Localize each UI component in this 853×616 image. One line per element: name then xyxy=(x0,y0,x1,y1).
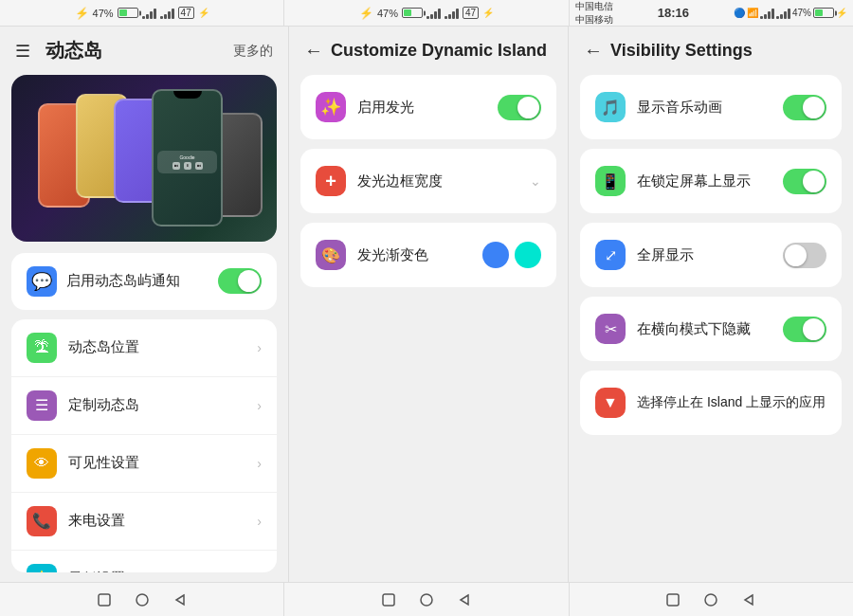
svg-rect-0 xyxy=(99,594,110,606)
lock-screen-icon: 📱 xyxy=(595,166,626,196)
menu-item-priority[interactable]: ⭐ 最低设置 › xyxy=(11,551,277,572)
music-anim-toggle[interactable] xyxy=(783,95,826,120)
nav-back-3[interactable] xyxy=(739,590,758,609)
battery-pct-3: 47% xyxy=(792,8,811,18)
color-circles[interactable] xyxy=(482,242,541,268)
glow-width-icon: + xyxy=(316,166,346,196)
right-panel: ← Visibility Settings 🎵 显示音乐动画 📱 在锁定屏幕上显… xyxy=(569,27,853,582)
landscape-hide-card: ✂ 在横向模式下隐藏 xyxy=(580,297,842,361)
position-chevron: › xyxy=(257,340,262,355)
fullscreen-row: ⤢ 全屏显示 xyxy=(595,236,826,274)
nav-back-2[interactable] xyxy=(455,590,474,609)
visibility-chevron: › xyxy=(257,456,262,471)
signal-4 xyxy=(445,8,459,19)
nav-home-3[interactable] xyxy=(701,590,720,609)
lock-screen-toggle[interactable] xyxy=(783,169,826,194)
wifi-icon: 📶 xyxy=(747,8,758,18)
priority-chevron: › xyxy=(257,571,262,572)
glow-gradient-label: 发光渐变色 xyxy=(357,246,471,264)
hamburger-icon[interactable]: ☰ xyxy=(15,41,30,62)
color-circle-blue[interactable] xyxy=(482,242,509,268)
landscape-hide-toggle[interactable] xyxy=(783,317,826,342)
music-anim-label: 显示音乐动画 xyxy=(637,99,771,117)
nav-segment-1 xyxy=(0,583,284,616)
right-header: ← Visibility Settings xyxy=(569,27,853,75)
music-anim-row: 🎵 显示音乐动画 xyxy=(595,88,826,126)
menu-item-visibility[interactable]: 👁 可见性设置 › xyxy=(11,435,277,493)
right-back-button[interactable]: ← xyxy=(584,40,603,62)
notify-row: 💬 启用动态岛屿通知 xyxy=(27,266,262,297)
svg-rect-3 xyxy=(383,594,394,606)
call-icon: 📞 xyxy=(27,506,57,536)
nav-segment-3 xyxy=(570,583,853,616)
app-filter-row[interactable]: ▼ 选择停止在 Island 上显示的应用 xyxy=(595,384,826,422)
fullscreen-label: 全屏显示 xyxy=(637,246,771,264)
app-filter-icon: ▼ xyxy=(595,388,626,418)
app-filter-label: 选择停止在 Island 上显示的应用 xyxy=(637,394,826,411)
nav-square-1[interactable] xyxy=(95,590,114,609)
status-bar-1: ⚡ 47% 47 ⚡ xyxy=(0,0,284,26)
notify-toggle[interactable] xyxy=(218,268,262,294)
lock-screen-label: 在锁定屏幕上显示 xyxy=(637,172,771,190)
app-filter-card[interactable]: ▼ 选择停止在 Island 上显示的应用 xyxy=(580,371,842,435)
notify-icon: 💬 xyxy=(27,266,57,297)
nav-home-2[interactable] xyxy=(417,590,436,609)
priority-label: 最低设置 xyxy=(68,570,245,572)
left-title: 动态岛 xyxy=(45,38,218,63)
position-label: 动态岛位置 xyxy=(68,338,245,356)
nav-square-3[interactable] xyxy=(663,590,682,609)
svg-rect-6 xyxy=(667,594,679,606)
battery-pct-1: 47% xyxy=(93,8,114,19)
middle-panel: ← Customize Dynamic Island ✨ 启用发光 + 发光边框… xyxy=(289,27,569,582)
menu-item-position[interactable]: 🏝 动态岛位置 › xyxy=(11,319,277,377)
clock: 18:16 xyxy=(658,6,689,20)
signal-2 xyxy=(160,8,174,19)
visibility-label: 可见性设置 xyxy=(68,454,245,472)
signal-1 xyxy=(142,8,156,19)
battery-indicator-2 xyxy=(402,8,423,18)
lightning-icon-1: ⚡ xyxy=(75,7,89,20)
left-panel: ☰ 动态岛 更多的 Goodie ⏮ ⏸ ⏭ xyxy=(0,27,289,582)
lightning-icon-4: ⚡ xyxy=(482,8,494,18)
priority-icon: ⭐ xyxy=(27,564,57,572)
glow-gradient-icon: 🎨 xyxy=(316,240,346,270)
svg-marker-8 xyxy=(745,595,753,605)
customize-chevron: › xyxy=(257,398,262,413)
extra-pct-1: 47 xyxy=(178,7,194,19)
position-icon: 🏝 xyxy=(27,333,57,363)
menu-item-call[interactable]: 📞 来电设置 › xyxy=(11,493,277,551)
signal-3 xyxy=(426,8,441,19)
middle-header: ← Customize Dynamic Island xyxy=(289,27,568,75)
nav-segment-2 xyxy=(284,583,569,616)
glow-width-icon-symbol: + xyxy=(325,171,336,192)
fullscreen-toggle[interactable] xyxy=(783,243,826,268)
call-chevron: › xyxy=(257,514,262,529)
carrier-info: 中国电信中国移动 xyxy=(575,0,613,27)
phone-mockup-main: Goodie ⏮ ⏸ ⏭ xyxy=(152,89,223,226)
status-icons: 🔵 📶 47% ⚡ xyxy=(734,8,847,19)
glow-gradient-card: 🎨 发光渐变色 xyxy=(300,223,556,287)
color-circle-teal[interactable] xyxy=(515,242,541,268)
glow-enable-row: ✨ 启用发光 xyxy=(316,88,541,126)
landscape-hide-icon: ✂ xyxy=(595,314,626,344)
status-bar-area: ⚡ 47% 47 ⚡ ⚡ 47% xyxy=(0,0,853,27)
middle-back-button[interactable]: ← xyxy=(304,40,323,62)
bottom-nav xyxy=(0,582,853,616)
glow-width-card: + 发光边框宽度 ⌄ xyxy=(300,149,556,213)
more-button[interactable]: 更多的 xyxy=(233,43,273,60)
notify-label: 启用动态岛屿通知 xyxy=(66,272,209,290)
nav-home-1[interactable] xyxy=(133,590,152,609)
battery-pct-2: 47% xyxy=(377,8,398,19)
glow-width-dropdown[interactable]: ⌄ xyxy=(530,173,541,189)
bt-icon: 🔵 xyxy=(734,8,745,18)
nav-back-1[interactable] xyxy=(171,590,190,609)
middle-panel-title: Customize Dynamic Island xyxy=(331,41,553,61)
svg-point-4 xyxy=(421,594,432,606)
glow-enable-toggle[interactable] xyxy=(498,95,541,120)
glow-gradient-row: 🎨 发光渐变色 xyxy=(316,236,541,274)
lock-screen-row: 📱 在锁定屏幕上显示 xyxy=(595,162,826,200)
music-anim-card: 🎵 显示音乐动画 xyxy=(580,75,842,139)
menu-item-customize[interactable]: ☰ 定制动态岛 › xyxy=(11,377,277,435)
status-bar-3: 中国电信中国移动 18:16 🔵 📶 47% ⚡ xyxy=(570,0,853,26)
nav-square-2[interactable] xyxy=(379,590,398,609)
